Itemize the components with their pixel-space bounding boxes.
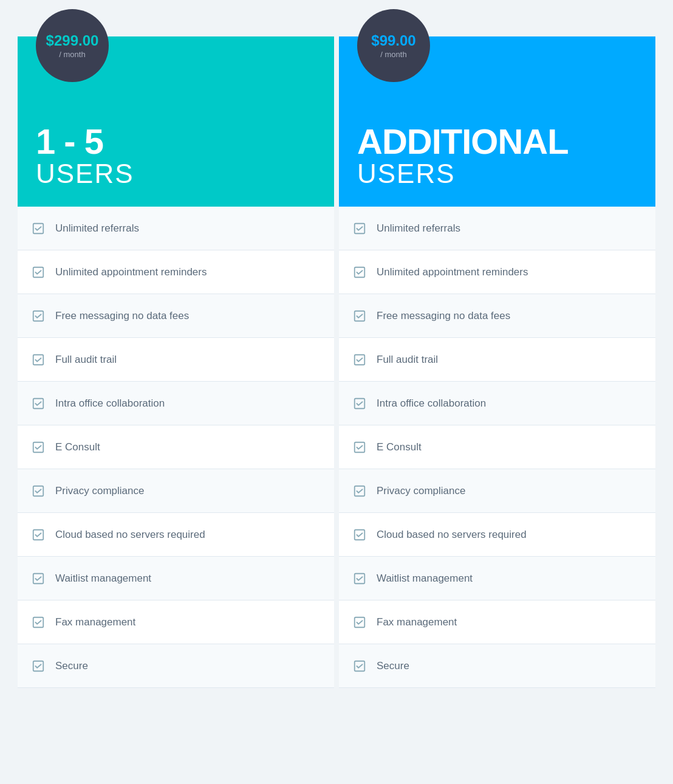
- price-badge-base: $299.00 / month: [36, 9, 109, 82]
- feature-text: Free messaging no data fees: [377, 310, 510, 322]
- check-icon: [30, 395, 47, 412]
- check-icon: [30, 526, 47, 543]
- plan-header-additional: $99.00 / month ADDITIONAL USERS: [339, 36, 655, 207]
- check-icon: [30, 439, 47, 456]
- feature-row: Full audit trail: [339, 338, 655, 382]
- feature-text: Free messaging no data fees: [55, 310, 189, 322]
- check-icon: [351, 264, 368, 281]
- check-icon: [351, 483, 368, 500]
- feature-text: Intra office collaboration: [55, 397, 165, 410]
- check-icon: [351, 220, 368, 237]
- feature-row: Waitlist management: [339, 557, 655, 600]
- check-icon: [30, 220, 47, 237]
- check-icon: [30, 351, 47, 368]
- feature-text: E Consult: [377, 441, 422, 453]
- feature-row: Unlimited appointment reminders: [339, 250, 655, 294]
- feature-text: Fax management: [55, 616, 135, 628]
- feature-text: Privacy compliance: [377, 485, 465, 497]
- check-icon: [30, 570, 47, 587]
- feature-row: Secure: [339, 644, 655, 688]
- feature-row: E Consult: [18, 425, 334, 469]
- feature-row: Intra office collaboration: [339, 382, 655, 425]
- price-amount-additional: $99.00: [371, 32, 415, 50]
- plan-title-line2-additional: USERS: [357, 159, 637, 188]
- check-icon: [30, 614, 47, 631]
- feature-row: Secure: [18, 644, 334, 688]
- feature-text: Fax management: [377, 616, 457, 628]
- feature-row: Fax management: [339, 600, 655, 644]
- features-list-additional: Unlimited referrals Unlimited appointmen…: [339, 207, 655, 688]
- feature-text: Waitlist management: [377, 573, 473, 585]
- feature-text: Privacy compliance: [55, 485, 144, 497]
- feature-text: Full audit trail: [377, 354, 438, 366]
- plan-title-line1-additional: ADDITIONAL: [357, 124, 637, 159]
- check-icon: [30, 264, 47, 281]
- feature-text: Waitlist management: [55, 573, 151, 585]
- plan-title-line1-base: 1 - 5: [36, 124, 316, 159]
- feature-text: E Consult: [55, 441, 100, 453]
- feature-text: Full audit trail: [55, 354, 117, 366]
- check-icon: [351, 439, 368, 456]
- feature-text: Cloud based no servers required: [377, 529, 527, 541]
- pricing-container: $299.00 / month 1 - 5 USERS Unlimited re…: [18, 0, 655, 688]
- price-amount-base: $299.00: [46, 32, 99, 50]
- price-period-base: / month: [59, 50, 85, 60]
- features-list-base: Unlimited referrals Unlimited appointmen…: [18, 207, 334, 688]
- feature-row: Free messaging no data fees: [339, 294, 655, 338]
- feature-row: Cloud based no servers required: [339, 513, 655, 557]
- plan-col-additional: $99.00 / month ADDITIONAL USERS Unlimite…: [339, 36, 655, 688]
- feature-row: Unlimited referrals: [339, 207, 655, 250]
- feature-text: Secure: [55, 660, 88, 672]
- feature-row: Privacy compliance: [339, 469, 655, 513]
- feature-row: Fax management: [18, 600, 334, 644]
- feature-row: Waitlist management: [18, 557, 334, 600]
- feature-row: Free messaging no data fees: [18, 294, 334, 338]
- feature-text: Intra office collaboration: [377, 397, 486, 410]
- feature-text: Unlimited appointment reminders: [377, 266, 528, 278]
- plan-col-base: $299.00 / month 1 - 5 USERS Unlimited re…: [18, 36, 334, 688]
- check-icon: [351, 658, 368, 675]
- plan-title-line2-base: USERS: [36, 159, 316, 188]
- check-icon: [351, 570, 368, 587]
- feature-row: Privacy compliance: [18, 469, 334, 513]
- feature-row: Full audit trail: [18, 338, 334, 382]
- check-icon: [30, 658, 47, 675]
- plan-header-base: $299.00 / month 1 - 5 USERS: [18, 36, 334, 207]
- check-icon: [351, 308, 368, 325]
- check-icon: [30, 483, 47, 500]
- feature-text: Cloud based no servers required: [55, 529, 205, 541]
- check-icon: [351, 526, 368, 543]
- check-icon: [351, 614, 368, 631]
- feature-text: Secure: [377, 660, 409, 672]
- feature-row: Cloud based no servers required: [18, 513, 334, 557]
- feature-row: E Consult: [339, 425, 655, 469]
- check-icon: [30, 308, 47, 325]
- feature-row: Unlimited referrals: [18, 207, 334, 250]
- price-period-additional: / month: [380, 50, 406, 60]
- feature-row: Intra office collaboration: [18, 382, 334, 425]
- price-badge-additional: $99.00 / month: [357, 9, 430, 82]
- feature-text: Unlimited referrals: [377, 222, 460, 235]
- check-icon: [351, 351, 368, 368]
- check-icon: [351, 395, 368, 412]
- feature-text: Unlimited appointment reminders: [55, 266, 207, 278]
- feature-text: Unlimited referrals: [55, 222, 139, 235]
- feature-row: Unlimited appointment reminders: [18, 250, 334, 294]
